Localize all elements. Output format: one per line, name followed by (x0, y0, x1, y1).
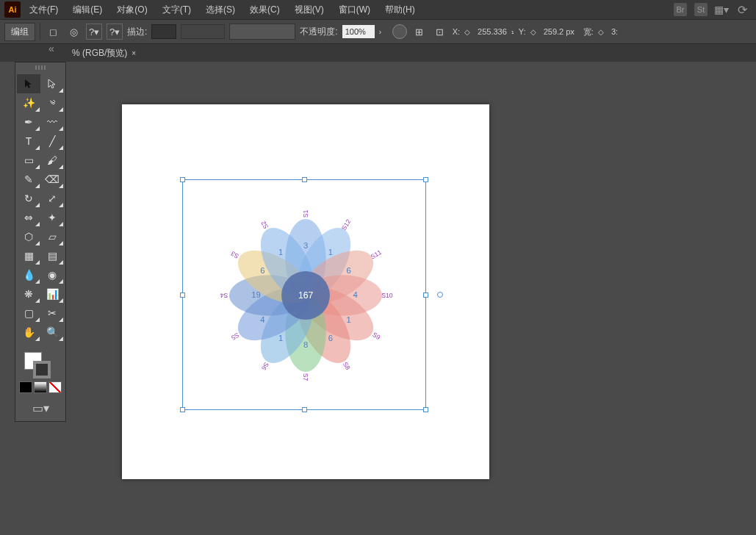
arrange-icon[interactable]: ▦▾ (715, 3, 728, 16)
stroke-weight-input[interactable] (151, 24, 176, 39)
workspace[interactable]: 1673S11S126S114S101S96S88S71S64S519S46S3… (66, 62, 756, 535)
svg-text:S8: S8 (342, 361, 352, 371)
menu-object[interactable]: 对象(O) (111, 1, 153, 19)
flower-chart[interactable]: 1673S11S126S114S101S96S88S71S64S519S46S3… (210, 185, 401, 406)
eraser-tool[interactable]: ⌫ (40, 170, 64, 189)
direct-selection-tool[interactable] (40, 74, 64, 93)
transform-panel-icon[interactable]: ⊡ (432, 24, 448, 40)
x-unit: ₁ (511, 28, 514, 35)
lasso-tool[interactable]: ༄ (40, 93, 64, 112)
svg-text:1: 1 (328, 248, 333, 256)
handle-top-mid[interactable] (302, 177, 307, 182)
help2-icon[interactable]: ?▾ (107, 24, 123, 40)
stroke-profile-dropdown[interactable] (181, 24, 225, 39)
width-tool[interactable]: ⇔ (17, 208, 40, 227)
fill-stroke-swatch[interactable] (17, 352, 64, 377)
svg-text:1: 1 (346, 315, 350, 324)
y-stepper-icon[interactable]: ◇ (530, 28, 539, 36)
free-transform-tool[interactable]: ✦ (40, 208, 64, 227)
sync-icon[interactable]: ⟳ (735, 3, 749, 16)
color-mode-row (17, 381, 64, 393)
menu-help[interactable]: 帮助(H) (379, 1, 421, 19)
artboard[interactable]: 1673S11S126S114S101S96S88S71S64S519S46S3… (122, 104, 489, 479)
panel-grip[interactable] (17, 65, 64, 73)
menu-select[interactable]: 选择(S) (200, 1, 241, 19)
zoom-tool[interactable]: 🔍 (40, 323, 64, 342)
x-label: X: (453, 27, 460, 36)
svg-text:4: 4 (353, 290, 357, 299)
bridge-icon[interactable]: Br (674, 3, 687, 16)
workspace-icons: Br St ▦▾ ⟳ (674, 3, 756, 16)
stock-icon[interactable]: St (694, 3, 708, 16)
graph-tool[interactable]: 📊 (40, 284, 64, 304)
handle-bottom-left[interactable] (180, 407, 185, 412)
opacity-chevron-icon[interactable]: › (379, 28, 388, 36)
handle-bottom-right[interactable] (423, 407, 428, 412)
menu-view[interactable]: 视图(V) (289, 1, 330, 19)
svg-text:S1: S1 (302, 210, 309, 218)
svg-text:6: 6 (346, 266, 350, 275)
line-tool[interactable]: ╱ (40, 132, 64, 151)
w-value[interactable]: 3: (611, 27, 618, 36)
shaper-tool[interactable]: ✎ (17, 170, 40, 189)
menu-effect[interactable]: 效果(C) (244, 1, 286, 19)
w-stepper-icon[interactable]: ◇ (598, 28, 607, 36)
opacity-input[interactable]: 100% (342, 25, 375, 38)
menu-file[interactable]: 文件(F) (24, 1, 64, 19)
symbol-sprayer-tool[interactable]: ❋ (17, 284, 40, 304)
handle-mid-left[interactable] (180, 292, 185, 298)
transform-icon[interactable]: ◻ (45, 24, 61, 40)
document-tab-title: % (RGB/预览) (72, 47, 127, 60)
magic-wand-tool[interactable]: ✨ (17, 93, 40, 112)
group-indicator[interactable]: 编组 (4, 23, 35, 41)
gradient-tool[interactable]: ▤ (40, 246, 64, 265)
rotate-tool[interactable]: ↻ (17, 189, 40, 208)
menu-window[interactable]: 窗口(W) (333, 1, 376, 19)
rectangle-tool[interactable]: ▭ (17, 151, 40, 170)
y-label: Y: (519, 27, 526, 36)
handle-top-right[interactable] (423, 177, 428, 182)
screen-mode-button[interactable]: ▭▾ (29, 399, 51, 417)
align-icon[interactable]: ⊞ (411, 24, 428, 40)
color-mode-gradient[interactable] (34, 381, 47, 393)
x-stepper-icon[interactable]: ◇ (464, 28, 473, 36)
w-label: 宽: (583, 26, 594, 37)
menu-bar: Ai 文件(F) 编辑(E) 对象(O) 文字(T) 选择(S) 效果(C) 视… (0, 0, 756, 19)
curvature-tool[interactable]: 〰 (40, 112, 64, 132)
shape-builder-tool[interactable]: ⬡ (17, 227, 40, 246)
target-icon[interactable]: ◎ (65, 24, 82, 40)
svg-text:8: 8 (303, 340, 308, 349)
selection-tool[interactable] (17, 74, 40, 93)
svg-text:S11: S11 (370, 248, 383, 260)
close-tab-icon[interactable]: × (132, 49, 136, 57)
handle-top-left[interactable] (180, 177, 185, 182)
svg-text:S5: S5 (230, 331, 240, 342)
mesh-tool[interactable]: ▦ (17, 246, 40, 265)
eyedropper-tool[interactable]: 💧 (17, 265, 40, 284)
paintbrush-tool[interactable]: 🖌 (40, 151, 64, 170)
scale-tool[interactable]: ⤢ (40, 189, 64, 208)
menu-type[interactable]: 文字(T) (156, 1, 197, 19)
svg-text:4: 4 (260, 315, 264, 324)
hand-tool[interactable]: ✋ (17, 323, 40, 342)
recolor-icon[interactable] (392, 24, 407, 39)
perspective-tool[interactable]: ▱ (40, 227, 64, 246)
svg-text:19: 19 (251, 290, 261, 299)
slice-tool[interactable]: ✂ (40, 304, 64, 323)
handle-mid-right[interactable] (423, 292, 428, 298)
document-tab[interactable]: % (RGB/预览) × (66, 45, 142, 62)
y-value[interactable]: 259.2 px (544, 27, 575, 36)
x-value[interactable]: 255.336 (478, 27, 507, 36)
color-mode-none[interactable] (48, 381, 62, 393)
brush-swatch[interactable] (229, 24, 295, 40)
handle-bottom-mid[interactable] (302, 407, 307, 412)
pen-tool[interactable]: ✒ (17, 112, 40, 132)
color-mode-solid[interactable] (19, 381, 32, 393)
blend-tool[interactable]: ◉ (40, 265, 64, 284)
menu-edit[interactable]: 编辑(E) (67, 1, 108, 19)
help1-icon[interactable]: ?▾ (86, 24, 102, 40)
type-tool[interactable]: T (17, 132, 40, 151)
handle-rotate[interactable] (437, 292, 443, 298)
artboard-tool[interactable]: ▢ (17, 304, 40, 323)
tool-panel-tab[interactable]: « (48, 43, 54, 54)
